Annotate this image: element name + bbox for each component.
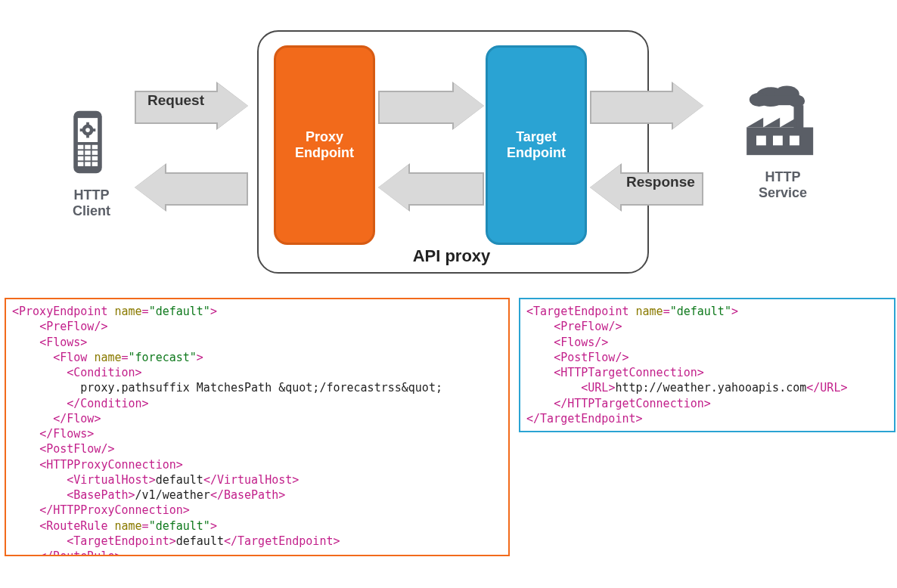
svg-rect-17 <box>78 162 84 166</box>
svg-rect-9 <box>85 145 91 150</box>
http-client-icon <box>65 106 126 181</box>
svg-rect-10 <box>92 145 98 150</box>
svg-rect-16 <box>92 156 98 161</box>
svg-rect-4 <box>86 122 89 125</box>
svg-rect-5 <box>86 135 89 138</box>
svg-point-3 <box>85 128 90 132</box>
http-service-icon <box>732 82 823 168</box>
target-endpoint-box: Target Endpoint <box>486 45 587 245</box>
arrow-target-to-proxy <box>378 166 484 209</box>
svg-marker-28 <box>763 118 780 128</box>
arrow-proxy-to-target <box>378 85 484 127</box>
svg-rect-12 <box>85 150 91 155</box>
arrow-to-service <box>590 85 703 127</box>
svg-rect-13 <box>92 150 98 155</box>
svg-rect-19 <box>92 162 98 166</box>
arrow-to-client <box>135 166 248 209</box>
api-proxy-label: API proxy <box>257 246 646 266</box>
svg-rect-30 <box>756 136 766 146</box>
svg-rect-18 <box>85 162 91 166</box>
proxy-endpoint-xml: <ProxyEndpoint name="default"> <PreFlow/… <box>5 298 510 556</box>
svg-rect-24 <box>753 95 799 105</box>
diagram-root: HTTP Client <box>0 0 897 588</box>
http-client-label: HTTP Client <box>57 187 126 219</box>
http-service-label: HTTP Service <box>741 169 824 201</box>
svg-rect-31 <box>773 136 783 146</box>
request-label: Request <box>147 92 204 109</box>
svg-rect-8 <box>78 145 84 150</box>
target-endpoint-xml: <TargetEndpoint name="default"> <PreFlow… <box>519 298 895 432</box>
svg-rect-7 <box>93 128 96 132</box>
svg-marker-27 <box>746 118 763 128</box>
svg-rect-15 <box>85 156 91 161</box>
svg-rect-14 <box>78 156 84 161</box>
svg-rect-32 <box>790 136 799 146</box>
proxy-endpoint-box: Proxy Endpoint <box>274 45 375 245</box>
response-label: Response <box>626 174 695 190</box>
svg-rect-11 <box>78 150 84 155</box>
svg-rect-6 <box>80 128 83 132</box>
